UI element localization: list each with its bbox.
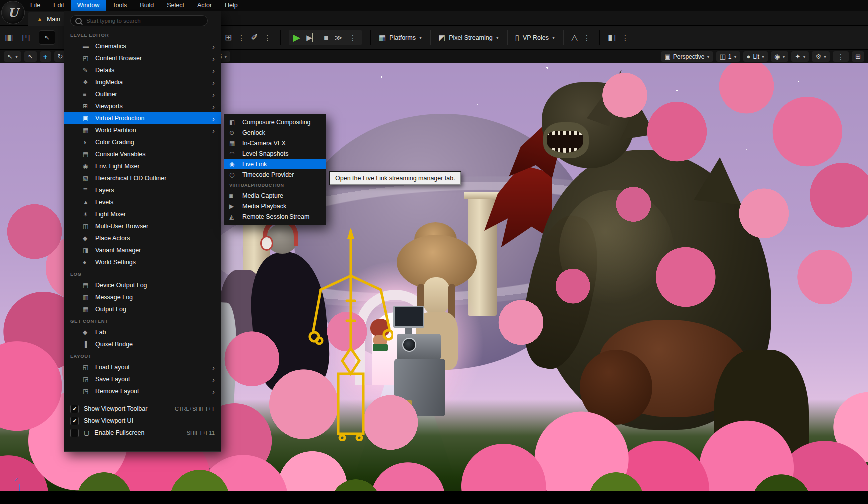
submenu-item-in-camera-vfx[interactable]: ▦In-Camera VFX xyxy=(224,138,326,148)
checkbox-checked[interactable]: ✔ xyxy=(70,405,79,413)
add-content-button[interactable]: ⊞ xyxy=(225,32,232,43)
menu-build[interactable]: Build xyxy=(133,0,160,11)
frame-skip-button[interactable]: ▶▏ xyxy=(306,33,318,42)
submenu-item-composure-compositing[interactable]: ◧Composure Compositing xyxy=(224,117,326,127)
menu-edit[interactable]: Edit xyxy=(47,0,71,11)
submenu-item-level-snapshots[interactable]: ◠Level Snapshots xyxy=(224,148,326,159)
menu-item-cinematics[interactable]: ▬Cinematics› xyxy=(64,40,221,52)
submenu-item-genlock[interactable]: ⊙Genlock xyxy=(224,127,326,138)
toggle-enable-fullscreen[interactable]: ▢ Enable Fullscreen SHIFT+F11 xyxy=(64,427,221,439)
blueprints-kebab[interactable]: ⋮ xyxy=(263,34,272,42)
menu-select[interactable]: Select xyxy=(160,0,191,11)
menu-item-light-mixer[interactable]: ☀Light Mixer xyxy=(64,208,221,220)
remote-session-button[interactable]: ◧ xyxy=(608,32,616,43)
lit-label: Lit xyxy=(753,53,759,60)
search-input[interactable] xyxy=(85,17,203,24)
advance-button[interactable]: ≫ xyxy=(334,33,342,42)
menu-item-virtual-production[interactable]: ▣Virtual Production› xyxy=(64,112,221,124)
submenu-item-media-playback[interactable]: ▶Media Playback xyxy=(224,201,326,211)
shortcut-label: CTRL+SHIFT+T xyxy=(175,406,215,412)
level-snapshot-button[interactable]: △ xyxy=(571,32,578,43)
remote-session-kebab[interactable]: ⋮ xyxy=(621,34,630,42)
snapshot-kebab[interactable]: ⋮ xyxy=(582,34,591,42)
play-button[interactable]: ▶ xyxy=(293,32,301,43)
submenu-item-remote-session-stream[interactable]: ◭Remote Session Stream xyxy=(224,211,326,222)
menu-item-label: World Partition xyxy=(95,127,212,134)
move-tool-button[interactable]: + xyxy=(40,51,51,62)
viewport-layout-dropdown[interactable]: ◫ 1 ▾ xyxy=(716,51,740,62)
rotate-tool-icon: ↻ xyxy=(58,53,63,60)
menu-item-label: Content Browser xyxy=(95,55,212,62)
menu-item-content-browser[interactable]: ◰Content Browser› xyxy=(64,52,221,64)
menu-item-world-partition[interactable]: ▦World Partition› xyxy=(64,124,221,136)
toggle-show-viewport-ui[interactable]: ✔ Show Viewport UI xyxy=(64,415,221,427)
pixel-streaming-dropdown[interactable]: ◩ Pixel Streaming ▾ xyxy=(438,33,499,42)
menu-item-remove-layout[interactable]: ◳Remove Layout› xyxy=(64,385,221,397)
unreal-logo[interactable]: U xyxy=(1,1,25,24)
lit-mode-dropdown[interactable]: ● Lit ▾ xyxy=(743,51,768,62)
tab-main-level[interactable]: ▲ Main xyxy=(28,12,69,26)
selection-mode-dropdown[interactable]: ↖ ▾ xyxy=(4,51,21,62)
menu-item-message-log[interactable]: ▥Message Log xyxy=(64,291,221,303)
menu-item-output-log[interactable]: ▦Output Log xyxy=(64,303,221,315)
menu-item-label: Variant Manager xyxy=(95,247,217,254)
menu-item-outliner[interactable]: ≡Outliner› xyxy=(64,88,221,100)
save-button[interactable]: ▥ xyxy=(5,32,13,43)
browse-content-button[interactable]: ◰ xyxy=(22,32,30,43)
effects-dropdown[interactable]: ✦ ▾ xyxy=(791,51,809,62)
menu-item-save-layout[interactable]: ◲Save Layout› xyxy=(64,373,221,385)
perspective-dropdown[interactable]: ▣ Perspective ▾ xyxy=(661,51,713,62)
effects-wand-icon: ✦ xyxy=(795,53,800,60)
menu-item-layers[interactable]: ≣Layers xyxy=(64,184,221,196)
menu-item-imgmedia[interactable]: ❖ImgMedia› xyxy=(64,76,221,88)
add-content-kebab[interactable]: ⋮ xyxy=(237,34,246,42)
toggle-show-viewport-toolbar[interactable]: ✔ Show Viewport Toolbar CTRL+SHIFT+T xyxy=(64,403,221,415)
perspective-label: Perspective xyxy=(673,53,705,60)
checkbox-unchecked[interactable] xyxy=(70,429,79,437)
menu-item-quixel-bridge[interactable]: ▐Quixel Bridge xyxy=(64,338,221,350)
maximize-viewport-button[interactable]: ⊞ xyxy=(852,51,864,62)
menu-item-variant-manager[interactable]: ◨Variant Manager xyxy=(64,244,221,256)
menu-item-color-grading[interactable]: ◑Color Grading xyxy=(64,136,221,148)
menu-item-details[interactable]: ✎Details› xyxy=(64,64,221,76)
menu-tools[interactable]: Tools xyxy=(106,0,133,11)
menu-item-world-settings[interactable]: ●World Settings xyxy=(64,256,221,268)
vp-roles-dropdown[interactable]: ▯ VP Roles ▾ xyxy=(515,33,555,42)
menu-item-console-variables[interactable]: ▤Console Variables xyxy=(64,148,221,160)
menu-search-box[interactable] xyxy=(70,15,208,26)
viewport-settings-dropdown[interactable]: ⚙ ▾ xyxy=(812,51,830,62)
menu-item-load-layout[interactable]: ◱Load Layout› xyxy=(64,361,221,373)
menu-actor[interactable]: Actor xyxy=(191,0,218,11)
submenu-item-live-link[interactable]: ◉Live Link xyxy=(224,159,326,169)
menu-item-viewports[interactable]: ⊞Viewports› xyxy=(64,100,221,112)
menu-item-multi-user-browser[interactable]: ◫Multi-User Browser xyxy=(64,220,221,232)
play-options-kebab[interactable]: ⋮ xyxy=(348,34,357,42)
menu-item-label: Place Actors xyxy=(95,235,217,242)
menu-item-levels[interactable]: ▲Levels xyxy=(64,196,221,208)
submenu-item-media-capture[interactable]: ◙Media Capture xyxy=(224,190,326,201)
menu-item-label: Remove Layout xyxy=(95,388,212,395)
show-flags-dropdown[interactable]: ◉ ▾ xyxy=(771,51,788,62)
menu-item-fab[interactable]: ◆Fab xyxy=(64,326,221,338)
checkbox-checked[interactable]: ✔ xyxy=(70,417,79,425)
platforms-dropdown[interactable]: ▦ Platforms ▾ xyxy=(379,33,422,42)
menu-item-label: Hierarchical LOD Outliner xyxy=(95,175,217,182)
menu-item-env-light-mixer[interactable]: ◉Env. Light Mixer xyxy=(64,160,221,172)
menu-file[interactable]: File xyxy=(24,0,47,11)
details-icon: ✎ xyxy=(83,67,95,74)
unreal-logo-glyph: U xyxy=(8,5,18,20)
editor-mode-dropdown[interactable]: ↖ xyxy=(39,30,55,45)
submenu-item-label: Composure Compositing xyxy=(242,119,311,126)
blueprints-button[interactable]: ✐ xyxy=(251,32,258,43)
stop-button[interactable]: ■ xyxy=(324,33,328,42)
menu-item-device-output-log[interactable]: ▤Device Output Log xyxy=(64,279,221,291)
viewport-options-kebab[interactable]: ⋮ xyxy=(833,51,849,62)
menu-window[interactable]: Window xyxy=(71,0,106,11)
menu-item-place-actors[interactable]: ◆Place Actors xyxy=(64,232,221,244)
outliner-icon: ≡ xyxy=(83,91,95,98)
menu-help[interactable]: Help xyxy=(218,0,244,11)
submenu-item-timecode-provider[interactable]: ◷Timecode Provider xyxy=(224,169,326,180)
env-light-mixer-icon: ◉ xyxy=(83,163,95,170)
select-tool-button[interactable]: ↖ xyxy=(24,51,37,62)
menu-item-hlod-outliner[interactable]: ▧Hierarchical LOD Outliner xyxy=(64,172,221,184)
